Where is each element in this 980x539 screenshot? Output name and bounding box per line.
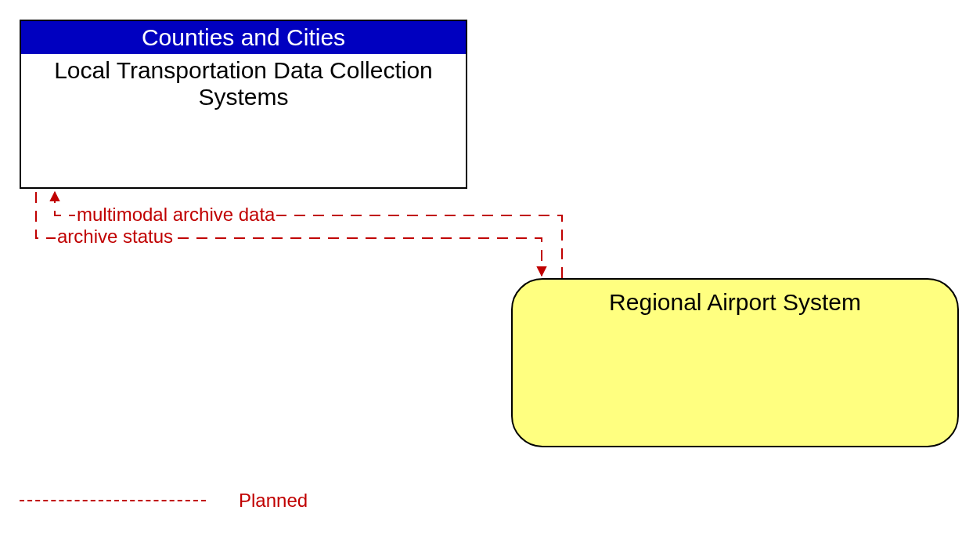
box-regional-airport: Regional Airport System <box>511 278 959 447</box>
legend-planned-label: Planned <box>239 490 308 512</box>
box-local-header: Counties and Cities <box>21 21 466 54</box>
flow-label-multimodal: multimodal archive data <box>75 204 276 225</box>
box-airport-title: Regional Airport System <box>609 289 861 315</box>
box-local-transportation: Counties and Cities Local Transportation… <box>20 20 467 189</box>
legend-dashed-line <box>20 500 206 501</box>
flow-label-archive-status: archive status <box>56 226 175 247</box>
box-local-body: Local Transportation Data Collection Sys… <box>21 54 466 114</box>
